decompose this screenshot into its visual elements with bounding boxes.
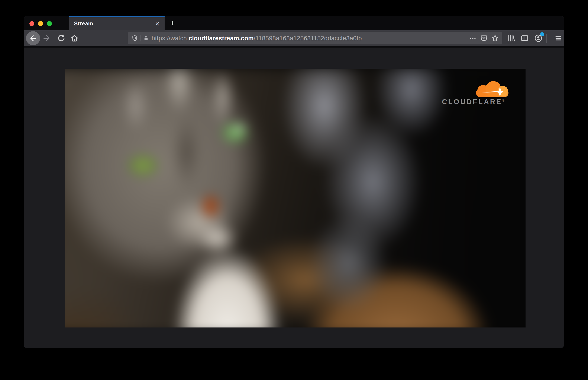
navigation-toolbar: https://watch.cloudflarestream.com/11859… xyxy=(24,30,564,48)
secure-connection-lock-icon[interactable] xyxy=(142,35,150,41)
url-path: /118598a163a125631152ddaccfe3a0fb xyxy=(254,35,362,42)
cloudflare-watermark: CLOUDFLARE® xyxy=(440,81,513,106)
url-text: https://watch.cloudflarestream.com/11859… xyxy=(152,35,362,42)
url-bar[interactable]: https://watch.cloudflarestream.com/11859… xyxy=(128,32,502,44)
bookmark-star-icon[interactable] xyxy=(489,33,501,43)
back-arrow-icon xyxy=(29,34,37,42)
tab-stream[interactable]: Stream ✕ xyxy=(69,17,165,30)
library-button[interactable] xyxy=(507,31,516,45)
close-tab-icon[interactable]: ✕ xyxy=(154,20,161,28)
url-bar-separator xyxy=(140,35,140,41)
tab-bar: Stream ✕ + xyxy=(24,16,564,30)
minimize-window-button[interactable] xyxy=(38,21,43,26)
browser-window: Stream ✕ + xyxy=(24,16,564,348)
library-icon xyxy=(507,34,516,42)
tab-title: Stream xyxy=(74,17,93,30)
registered-mark: ® xyxy=(502,99,504,102)
zoom-window-button[interactable] xyxy=(47,21,52,26)
close-window-button[interactable] xyxy=(29,21,34,26)
url-bar-identity: https://watch.cloudflarestream.com/11859… xyxy=(128,32,362,44)
new-tab-button[interactable]: + xyxy=(168,19,177,28)
url-scheme: https://watch. xyxy=(152,35,189,42)
url-bar-actions xyxy=(467,32,501,44)
reload-button[interactable] xyxy=(56,31,66,45)
forward-arrow-icon xyxy=(43,34,51,42)
home-button[interactable] xyxy=(70,31,79,45)
reload-icon xyxy=(57,34,65,42)
cloudflare-wordmark: CLOUDFLARE® xyxy=(442,98,504,106)
sidebar-icon xyxy=(520,34,529,42)
home-icon xyxy=(70,34,79,42)
page-content: CLOUDFLARE® xyxy=(24,48,564,348)
cloudflare-cloud-icon xyxy=(476,81,508,97)
sidebar-toggle-button[interactable] xyxy=(520,31,529,45)
url-domain: cloudflarestream.com xyxy=(189,35,254,42)
page-actions-icon[interactable] xyxy=(467,33,478,43)
toolbar-separator xyxy=(546,34,547,43)
account-button[interactable] xyxy=(534,31,543,45)
desktop-background: Stream ✕ + xyxy=(0,0,588,380)
video-player[interactable]: CLOUDFLARE® xyxy=(65,69,526,327)
account-notification-dot xyxy=(540,32,544,36)
hamburger-menu-icon xyxy=(554,34,563,42)
forward-button[interactable] xyxy=(42,31,51,45)
menu-button[interactable] xyxy=(554,31,563,45)
back-button[interactable] xyxy=(26,31,40,45)
tracking-protection-shield-icon[interactable] xyxy=(131,35,139,42)
video-frame-cat xyxy=(65,69,526,327)
pocket-save-icon[interactable] xyxy=(478,33,489,43)
